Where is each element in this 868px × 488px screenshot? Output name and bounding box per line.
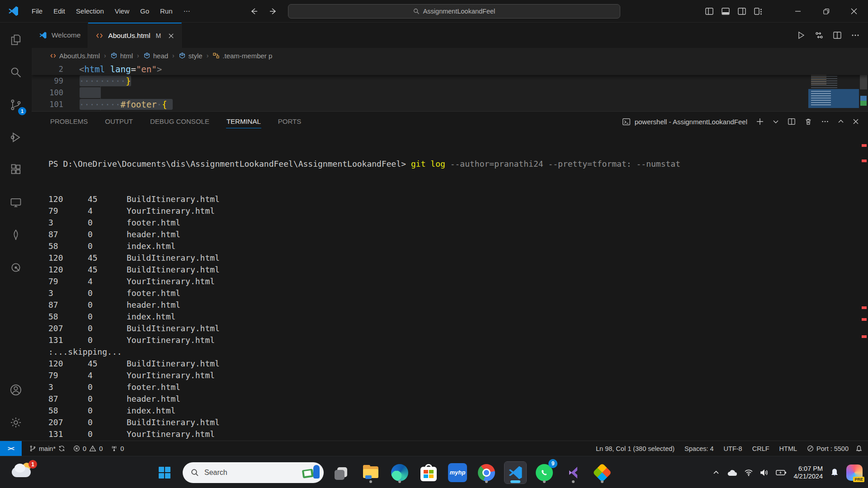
- mongodb-icon[interactable]: [0, 219, 32, 251]
- notification-bell-icon[interactable]: [830, 468, 840, 478]
- breadcrumb-html[interactable]: html: [110, 52, 133, 60]
- breadcrumb-file[interactable]: AboutUs.html: [50, 52, 100, 60]
- breadcrumb-head[interactable]: head: [143, 52, 168, 60]
- terminal-command-args: --author=pranathi24 --pretty=tformat: --…: [450, 159, 680, 169]
- editor-tab-bar: Welcome AboutUs.html M: [32, 23, 868, 48]
- live-server-port[interactable]: Port : 5500: [804, 443, 852, 455]
- kill-terminal-icon[interactable]: [804, 117, 812, 126]
- breadcrumb-css-rule[interactable]: .team-member p: [212, 52, 272, 60]
- notifications-bell-icon[interactable]: [855, 445, 863, 452]
- close-panel-icon[interactable]: [853, 118, 859, 125]
- vscode-button[interactable]: [505, 462, 526, 483]
- eol-sequence[interactable]: CRLF: [749, 443, 773, 455]
- weather-widget[interactable]: 1: [11, 462, 38, 483]
- whatsapp-button[interactable]: 9: [533, 462, 555, 483]
- split-editor-icon[interactable]: [833, 31, 842, 40]
- open-changes-icon[interactable]: [815, 31, 824, 40]
- terminal-row: 870header.html: [48, 299, 868, 311]
- start-button[interactable]: [154, 462, 175, 483]
- breadcrumb-style[interactable]: style: [179, 52, 203, 60]
- extension-ring-icon[interactable]: [0, 251, 32, 284]
- source-control-icon[interactable]: 1: [0, 89, 32, 121]
- explorer-icon[interactable]: [0, 23, 32, 56]
- run-button[interactable]: [797, 31, 806, 40]
- tab-debug-console[interactable]: DEBUG CONSOLE: [150, 115, 210, 128]
- copilot-preview-icon[interactable]: PRE: [846, 465, 863, 481]
- myhp-button[interactable]: myhp: [447, 462, 468, 483]
- customize-layout-icon[interactable]: [753, 6, 763, 16]
- menu-selection[interactable]: Selection: [71, 5, 109, 17]
- panel-more-actions-icon[interactable]: [821, 117, 829, 126]
- new-terminal-icon[interactable]: [756, 117, 764, 126]
- indentation[interactable]: Spaces: 4: [681, 443, 717, 455]
- toggle-secondary-sidebar-icon[interactable]: [737, 6, 747, 16]
- terminal-instance[interactable]: powershell - AssignmentLookandFeel: [622, 117, 747, 126]
- menu-run[interactable]: Run: [155, 5, 178, 17]
- problems-item[interactable]: 0 0: [70, 443, 106, 455]
- maximize-panel-icon[interactable]: [838, 118, 844, 125]
- port-forward-item[interactable]: 0: [108, 443, 127, 455]
- menu-more[interactable]: ⋯: [178, 5, 196, 18]
- edge-button[interactable]: [389, 462, 410, 483]
- menu-edit[interactable]: Edit: [48, 5, 71, 17]
- run-debug-icon[interactable]: [0, 121, 32, 154]
- sticky-scroll-line[interactable]: 2 <html lang="en">: [32, 63, 868, 75]
- minimize-button[interactable]: [784, 0, 812, 23]
- tab-ports[interactable]: PORTS: [278, 115, 302, 128]
- menu-file[interactable]: File: [26, 5, 48, 17]
- encoding[interactable]: UTF-8: [721, 443, 745, 455]
- close-button[interactable]: [840, 0, 868, 23]
- file-explorer-button[interactable]: [360, 462, 382, 483]
- visual-studio-button[interactable]: [562, 462, 584, 483]
- hidden-icons-chevron[interactable]: [712, 469, 720, 476]
- colorful-diamond-app-button[interactable]: [591, 462, 613, 483]
- tab-output[interactable]: OUTPUT: [104, 115, 133, 128]
- terminal-row: 12045BuildItinerary.html: [48, 264, 868, 276]
- code-editor[interactable]: 99 ·········} 100 101 ········#footer·{ …: [32, 63, 868, 111]
- toggle-panel-icon[interactable]: [721, 6, 731, 16]
- tab-aboutus[interactable]: AboutUs.html M: [88, 23, 182, 48]
- battery-icon[interactable]: [776, 469, 787, 476]
- terminal-overview-mark: [862, 335, 867, 338]
- language-mode[interactable]: HTML: [776, 443, 800, 455]
- remote-explorer-icon[interactable]: [0, 186, 32, 219]
- cursor-position[interactable]: Ln 98, Col 1 (380 selected): [593, 443, 678, 455]
- onedrive-cloud-icon[interactable]: [726, 469, 737, 477]
- split-terminal-icon[interactable]: [788, 117, 796, 126]
- chrome-button[interactable]: [476, 462, 497, 483]
- menu-view[interactable]: View: [109, 5, 135, 17]
- taskbar-search[interactable]: Search: [183, 462, 324, 483]
- accounts-icon[interactable]: [0, 374, 32, 406]
- back-arrow-icon[interactable]: [250, 7, 259, 16]
- search-sidebar-icon[interactable]: [0, 56, 32, 89]
- terminal-dropdown-icon[interactable]: [773, 118, 779, 125]
- branch-item[interactable]: main*: [26, 443, 68, 455]
- task-view-button[interactable]: [331, 462, 353, 483]
- taskbar-clock[interactable]: 6:07 PM 4/21/2024: [793, 465, 823, 480]
- microsoft-store-button[interactable]: [418, 462, 439, 483]
- terminal-content[interactable]: PS D:\OneDrive\Documents\dis\AssignmentL…: [32, 131, 868, 441]
- terminal-row: 794YourItinerary.html: [48, 370, 868, 381]
- tab-close-icon[interactable]: [168, 33, 174, 39]
- html-file-icon: [50, 52, 57, 59]
- tab-problems[interactable]: PROBLEMS: [50, 115, 88, 128]
- tab-terminal[interactable]: TERMINAL: [226, 115, 261, 128]
- command-center-search[interactable]: AssignmentLookandFeel: [288, 4, 620, 19]
- wifi-icon[interactable]: [744, 469, 753, 476]
- restore-button[interactable]: [812, 0, 840, 23]
- volume-icon[interactable]: [760, 469, 769, 476]
- powershell-icon: [622, 117, 631, 126]
- menu-go[interactable]: Go: [135, 5, 155, 17]
- terminal-row: 30footer.html: [48, 381, 868, 393]
- terminal-overview-mark: [862, 144, 867, 147]
- extensions-icon[interactable]: [0, 154, 32, 186]
- forward-arrow-icon[interactable]: [269, 7, 278, 16]
- code-token: {: [162, 99, 167, 109]
- remote-indicator[interactable]: ><: [0, 441, 22, 456]
- code-token: >: [157, 64, 162, 74]
- toggle-sidebar-icon[interactable]: [704, 6, 714, 16]
- editor-more-actions-icon[interactable]: [851, 31, 860, 40]
- tab-welcome[interactable]: Welcome: [32, 23, 88, 48]
- settings-gear-icon[interactable]: [0, 406, 32, 439]
- layout-controls: [704, 0, 763, 23]
